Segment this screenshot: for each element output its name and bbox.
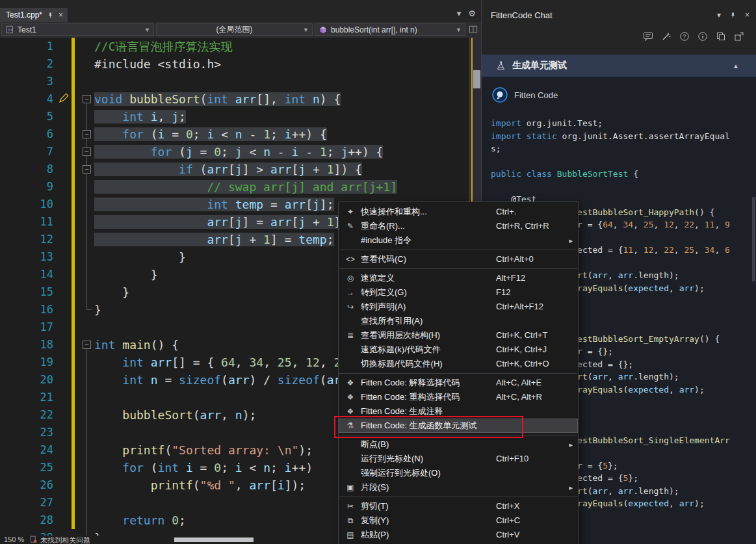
menu-item[interactable]: #include 指令▸ xyxy=(339,233,578,248)
line-number[interactable]: 17 xyxy=(0,318,59,336)
menu-item-label: 转到定义(G) xyxy=(361,285,407,300)
code-line[interactable]: // swap arr[j] and arr[j+1] xyxy=(94,178,426,196)
line-number[interactable]: 7 xyxy=(0,143,59,161)
gear-icon[interactable]: ⚙ xyxy=(468,8,476,18)
line-number-gutter[interactable]: 1234567891011121314151617181920212223242… xyxy=(0,38,59,544)
menu-item[interactable]: 速览标题(k)/代码文件Ctrl+K, Ctrl+J xyxy=(339,343,578,357)
chevron-down-icon[interactable]: ▾ xyxy=(717,10,721,19)
menu-item[interactable]: ❖Fitten Code: 重构选择代码Alt+C, Alt+R xyxy=(339,390,578,404)
chat-icon[interactable] xyxy=(643,31,653,42)
code-line[interactable]: void bubbleSort(int arr[], int n) { xyxy=(94,90,426,108)
line-number[interactable]: 21 xyxy=(0,389,59,406)
code-line[interactable]: #include <stdio.h> xyxy=(94,55,426,73)
info-icon[interactable] xyxy=(697,31,708,42)
line-number[interactable]: 13 xyxy=(0,248,59,266)
fold-toggle[interactable]: – xyxy=(83,95,91,103)
line-number[interactable]: 4 xyxy=(0,90,59,108)
line-number[interactable]: 23 xyxy=(0,424,59,441)
line-number[interactable]: 10 xyxy=(0,196,59,213)
line-number[interactable]: 25 xyxy=(0,459,59,476)
line-number[interactable]: 14 xyxy=(0,266,59,283)
tab-list-chevron-icon[interactable]: ▾ xyxy=(457,8,462,18)
line-number[interactable]: 1 xyxy=(0,38,59,55)
line-number[interactable]: 27 xyxy=(0,494,59,512)
menu-item-label: Fitten Code: 解释选择代码 xyxy=(361,376,460,390)
code-line[interactable]: for (j = 0; j < n - i - 1; j++) { xyxy=(94,143,426,161)
copy-icon[interactable] xyxy=(716,31,726,42)
export-icon[interactable] xyxy=(734,31,744,42)
member-dropdown[interactable]: bubbleSort(int arr[], int n) ▼ xyxy=(315,23,465,36)
menu-item[interactable]: 强制运行到光标处(O) xyxy=(339,466,578,480)
line-number[interactable]: 5 xyxy=(0,108,59,125)
menu-item[interactable]: 切换标题/代码文件(H)Ctrl+K, Ctrl+O xyxy=(339,357,578,371)
zoom-level[interactable]: 150 % xyxy=(4,536,24,543)
line-number[interactable]: 12 xyxy=(0,231,59,248)
magic-wand-icon[interactable] xyxy=(661,31,671,42)
menu-item[interactable]: ◎速览定义Alt+F12 xyxy=(339,271,578,285)
line-number[interactable]: 18 xyxy=(0,336,59,354)
horizontal-scrollbar-thumb[interactable] xyxy=(174,538,254,542)
document-health-text[interactable]: 未找到相关问题 xyxy=(40,536,90,544)
menu-item[interactable]: ✂剪切(T)Ctrl+X xyxy=(339,499,578,513)
line-number[interactable]: 9 xyxy=(0,178,59,196)
menu-item[interactable]: ❖Fitten Code: 解释选择代码Alt+C, Alt+E xyxy=(339,376,578,390)
menu-item[interactable]: ⧉复制(Y)Ctrl+C xyxy=(339,513,578,528)
project-dropdown[interactable]: ++ Test1 ▼ xyxy=(1,23,154,36)
fold-toggle[interactable]: – xyxy=(83,165,91,174)
menu-item[interactable]: →转到定义(G)F12 xyxy=(339,285,578,300)
pin-icon[interactable] xyxy=(47,12,54,19)
menu-item-label: 片段(S) xyxy=(361,480,389,495)
menu-item[interactable]: ▣片段(S)▸ xyxy=(339,480,578,495)
line-number[interactable]: 28 xyxy=(0,512,59,529)
line-number[interactable]: 8 xyxy=(0,161,59,178)
menu-item-shortcut: Ctrl+. xyxy=(496,205,516,219)
help-icon[interactable]: ? xyxy=(679,31,690,42)
chat-toolbar: ? xyxy=(643,31,744,42)
split-window-icon[interactable] xyxy=(469,25,478,34)
line-number[interactable]: 15 xyxy=(0,283,59,301)
submenu-arrow-icon: ▸ xyxy=(569,233,573,248)
scrollbar-thumb[interactable] xyxy=(473,70,480,88)
document-health-icon[interactable] xyxy=(30,536,37,543)
menu-item[interactable]: <>查看代码(C)Ctrl+Alt+0 xyxy=(339,252,578,266)
menu-item[interactable]: ↪转到声明(A)Ctrl+Alt+F12 xyxy=(339,300,578,314)
close-icon[interactable]: × xyxy=(745,10,749,19)
line-number[interactable]: 6 xyxy=(0,125,59,143)
line-number[interactable]: 2 xyxy=(0,55,59,73)
method-icon xyxy=(319,26,327,34)
line-number[interactable]: 3 xyxy=(0,73,59,90)
menu-item[interactable]: ▤粘贴(P)Ctrl+V xyxy=(339,528,578,542)
menu-item[interactable]: 运行到光标处(N)Ctrl+F10 xyxy=(339,452,578,466)
fold-toggle[interactable]: – xyxy=(83,130,91,138)
fold-toggle[interactable]: – xyxy=(83,148,91,156)
section-header-unit-test[interactable]: 生成单元测试 ▲ xyxy=(482,55,756,77)
menu-item[interactable]: ≣查看调用层次结构(H)Ctrl+K, Ctrl+T xyxy=(339,328,578,343)
code-line[interactable]: int i, j; xyxy=(94,108,426,125)
menu-item[interactable]: 查找所有引用(A) xyxy=(339,314,578,328)
line-number[interactable]: 11 xyxy=(0,213,59,231)
scope-dropdown[interactable]: (全局范围) ▼ xyxy=(156,23,313,36)
fold-toggle[interactable]: – xyxy=(83,341,91,349)
fold-margin[interactable]: ––––– xyxy=(83,38,93,544)
line-number[interactable]: 16 xyxy=(0,301,59,318)
panel-scrollbar-thumb[interactable] xyxy=(752,197,755,281)
code-line[interactable]: //C语言冒泡排序算法实现 xyxy=(94,38,426,55)
line-number[interactable]: 24 xyxy=(0,441,59,459)
pin-icon[interactable] xyxy=(729,12,736,19)
line-number[interactable]: 20 xyxy=(0,371,59,389)
chat-code-line: import org.junit.Test; xyxy=(491,117,755,130)
menu-item-label: 查看调用层次结构(H) xyxy=(361,328,440,343)
tab-test1-cpp[interactable]: Test1.cpp* × xyxy=(0,8,68,22)
line-number[interactable]: 26 xyxy=(0,476,59,494)
collapse-caret-icon[interactable]: ▲ xyxy=(733,62,739,70)
code-line[interactable]: if (arr[j] > arr[j + 1]) { xyxy=(94,161,426,178)
line-number[interactable]: 22 xyxy=(0,406,59,424)
close-icon[interactable]: × xyxy=(59,11,63,19)
code-line[interactable] xyxy=(94,73,426,90)
menu-item[interactable]: ✎重命名(R)...Ctrl+R, Ctrl+R xyxy=(339,219,578,233)
menu-item-shortcut: Ctrl+K, Ctrl+O xyxy=(496,357,549,371)
menu-item[interactable]: ✦快速操作和重构...Ctrl+. xyxy=(339,205,578,219)
line-number[interactable]: 19 xyxy=(0,354,59,371)
code-line[interactable]: for (i = 0; i < n - 1; i++) { xyxy=(94,125,426,143)
menu-item[interactable]: 断点(B)▸ xyxy=(339,437,578,452)
